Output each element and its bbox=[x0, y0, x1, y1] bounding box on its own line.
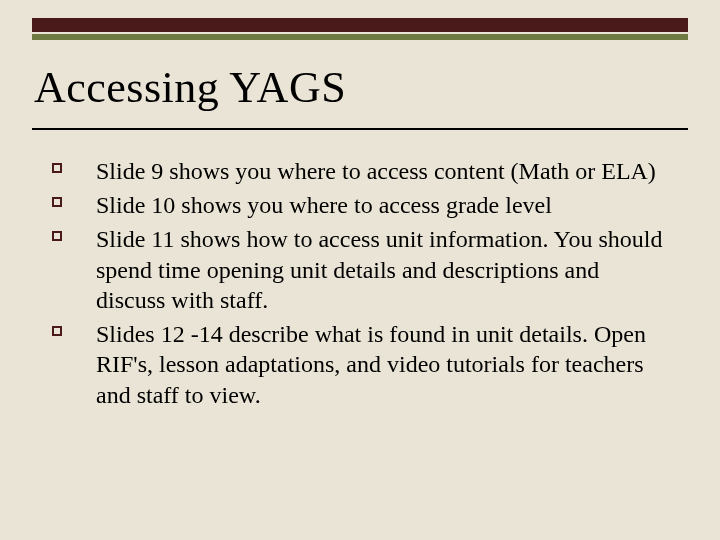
list-item: Slides 12 -14 describe what is found in … bbox=[52, 319, 668, 410]
decorative-top-bars bbox=[32, 18, 688, 40]
bullet-text: Slide 9 shows you where to access conten… bbox=[96, 156, 668, 186]
bullet-text: Slide 10 shows you where to access grade… bbox=[96, 190, 668, 220]
square-bullet-icon bbox=[52, 319, 96, 336]
slide-body: Slide 9 shows you where to access conten… bbox=[52, 156, 668, 414]
bar-olive bbox=[32, 34, 688, 40]
title-underline bbox=[32, 128, 688, 130]
list-item: Slide 11 shows how to access unit inform… bbox=[52, 224, 668, 315]
slide-title: Accessing YAGS bbox=[34, 62, 346, 113]
square-bullet-icon bbox=[52, 156, 96, 173]
bar-dark bbox=[32, 18, 688, 32]
slide: Accessing YAGS Slide 9 shows you where t… bbox=[0, 0, 720, 540]
square-bullet-icon bbox=[52, 190, 96, 207]
list-item: Slide 10 shows you where to access grade… bbox=[52, 190, 668, 220]
square-bullet-icon bbox=[52, 224, 96, 241]
bullet-text: Slide 11 shows how to access unit inform… bbox=[96, 224, 668, 315]
bullet-text: Slides 12 -14 describe what is found in … bbox=[96, 319, 668, 410]
list-item: Slide 9 shows you where to access conten… bbox=[52, 156, 668, 186]
